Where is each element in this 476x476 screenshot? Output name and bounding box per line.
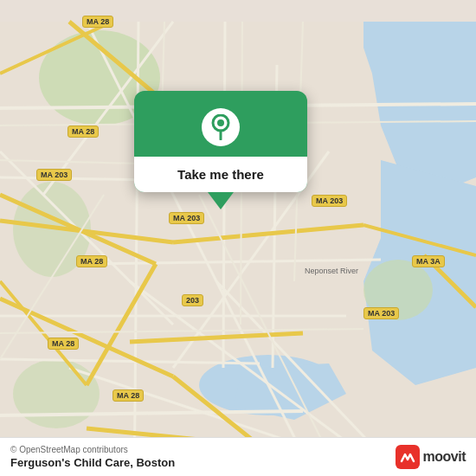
moovit-wordmark: moovit	[423, 449, 466, 465]
map-container: MA 28MA 28MA 28MA 28MA 28MA 203MA 203MA …	[0, 0, 476, 476]
svg-point-4	[363, 260, 433, 320]
take-me-there-button[interactable]: Take me there	[134, 157, 307, 192]
moovit-icon	[396, 445, 420, 469]
location-name: Ferguson's Child Care, Boston	[10, 456, 175, 469]
popup-card: Take me there	[134, 91, 307, 192]
bottom-bar: © OpenStreetMap contributors Ferguson's …	[0, 437, 476, 476]
svg-point-5	[13, 359, 100, 428]
moovit-logo: moovit	[396, 445, 466, 469]
bottom-info: © OpenStreetMap contributors Ferguson's …	[10, 445, 175, 469]
svg-point-44	[217, 119, 224, 126]
attribution: © OpenStreetMap contributors	[10, 445, 175, 454]
pin-icon	[202, 108, 240, 146]
